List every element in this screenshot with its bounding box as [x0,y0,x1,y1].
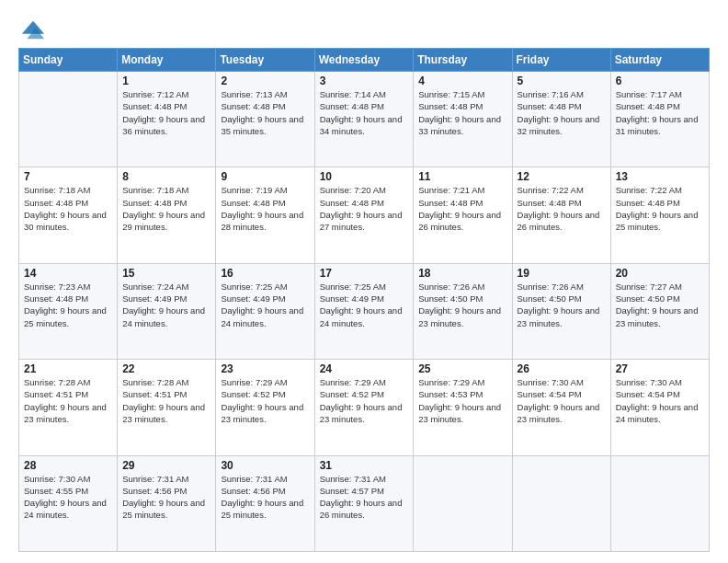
day-cell: 6Sunrise: 7:17 AMSunset: 4:48 PMDaylight… [610,72,709,167]
day-number: 14 [24,267,112,280]
day-info: Sunrise: 7:30 AMSunset: 4:54 PMDaylight:… [518,376,606,425]
col-header-thursday: Thursday [414,49,512,72]
week-row-5: 28Sunrise: 7:30 AMSunset: 4:55 PMDayligh… [19,455,710,551]
day-info: Sunrise: 7:29 AMSunset: 4:53 PMDaylight:… [418,376,506,425]
day-info: Sunrise: 7:28 AMSunset: 4:51 PMDaylight:… [24,376,112,425]
day-info: Sunrise: 7:31 AMSunset: 4:57 PMDaylight:… [320,473,409,522]
day-number: 17 [320,267,409,280]
day-number: 3 [320,75,409,87]
day-info: Sunrise: 7:15 AMSunset: 4:48 PMDaylight:… [418,88,506,137]
day-number: 29 [122,459,210,472]
day-number: 2 [221,75,309,87]
day-number: 30 [221,459,309,472]
day-number: 26 [518,362,606,375]
day-info: Sunrise: 7:22 AMSunset: 4:48 PMDaylight:… [616,184,704,233]
day-number: 15 [122,267,210,280]
day-info: Sunrise: 7:26 AMSunset: 4:50 PMDaylight:… [518,281,606,329]
day-info: Sunrise: 7:31 AMSunset: 4:56 PMDaylight:… [122,473,210,522]
day-info: Sunrise: 7:12 AMSunset: 4:48 PMDaylight:… [122,88,210,137]
day-cell: 5Sunrise: 7:16 AMSunset: 4:48 PMDaylight… [512,72,610,167]
day-number: 31 [320,459,409,472]
day-info: Sunrise: 7:23 AMSunset: 4:48 PMDaylight:… [24,281,112,329]
day-cell: 28Sunrise: 7:30 AMSunset: 4:55 PMDayligh… [19,455,118,551]
week-row-2: 7Sunrise: 7:18 AMSunset: 4:48 PMDaylight… [19,167,710,263]
day-info: Sunrise: 7:25 AMSunset: 4:49 PMDaylight:… [221,281,309,329]
day-number: 23 [221,362,309,375]
day-number: 12 [518,170,606,183]
day-cell: 7Sunrise: 7:18 AMSunset: 4:48 PMDaylight… [19,167,118,263]
day-number: 1 [122,75,210,87]
day-cell: 10Sunrise: 7:20 AMSunset: 4:48 PMDayligh… [314,167,414,263]
day-cell: 22Sunrise: 7:28 AMSunset: 4:51 PMDayligh… [118,360,216,455]
day-info: Sunrise: 7:18 AMSunset: 4:48 PMDaylight:… [122,184,210,233]
day-number: 19 [518,267,606,280]
day-number: 6 [616,75,704,87]
day-cell: 17Sunrise: 7:25 AMSunset: 4:49 PMDayligh… [314,263,414,359]
day-number: 18 [418,267,506,280]
day-info: Sunrise: 7:20 AMSunset: 4:48 PMDaylight:… [320,184,409,233]
day-cell: 18Sunrise: 7:26 AMSunset: 4:50 PMDayligh… [414,263,512,359]
day-cell: 4Sunrise: 7:15 AMSunset: 4:48 PMDaylight… [414,72,512,167]
day-number: 27 [616,362,704,375]
day-info: Sunrise: 7:16 AMSunset: 4:48 PMDaylight:… [518,88,606,137]
day-cell [414,455,512,551]
day-number: 13 [616,170,704,183]
day-info: Sunrise: 7:19 AMSunset: 4:48 PMDaylight:… [221,184,309,233]
day-number: 5 [518,75,606,87]
day-number: 25 [418,362,506,375]
col-header-saturday: Saturday [610,49,709,72]
day-info: Sunrise: 7:27 AMSunset: 4:50 PMDaylight:… [616,281,704,329]
day-number: 22 [122,362,210,375]
day-info: Sunrise: 7:22 AMSunset: 4:48 PMDaylight:… [518,184,606,233]
day-number: 9 [221,170,309,183]
day-cell: 3Sunrise: 7:14 AMSunset: 4:48 PMDaylight… [314,72,414,167]
day-info: Sunrise: 7:21 AMSunset: 4:48 PMDaylight:… [418,184,506,233]
day-info: Sunrise: 7:29 AMSunset: 4:52 PMDaylight:… [320,376,409,425]
day-info: Sunrise: 7:28 AMSunset: 4:51 PMDaylight:… [122,376,210,425]
col-header-monday: Monday [118,49,216,72]
day-info: Sunrise: 7:31 AMSunset: 4:56 PMDaylight:… [221,473,309,522]
day-number: 16 [221,267,309,280]
day-cell: 19Sunrise: 7:26 AMSunset: 4:50 PMDayligh… [512,263,610,359]
day-cell: 25Sunrise: 7:29 AMSunset: 4:53 PMDayligh… [414,360,512,455]
day-number: 21 [24,362,112,375]
day-cell [512,455,610,551]
day-cell: 8Sunrise: 7:18 AMSunset: 4:48 PMDaylight… [118,167,216,263]
day-info: Sunrise: 7:17 AMSunset: 4:48 PMDaylight:… [616,88,704,137]
day-number: 24 [320,362,409,375]
col-header-friday: Friday [512,49,610,72]
day-info: Sunrise: 7:18 AMSunset: 4:48 PMDaylight:… [24,184,112,233]
day-cell: 27Sunrise: 7:30 AMSunset: 4:54 PMDayligh… [610,360,709,455]
day-cell: 29Sunrise: 7:31 AMSunset: 4:56 PMDayligh… [118,455,216,551]
day-cell: 23Sunrise: 7:29 AMSunset: 4:52 PMDayligh… [216,360,314,455]
day-info: Sunrise: 7:13 AMSunset: 4:48 PMDaylight:… [221,88,309,137]
col-header-sunday: Sunday [19,49,118,72]
day-number: 10 [320,170,409,183]
day-cell: 12Sunrise: 7:22 AMSunset: 4:48 PMDayligh… [512,167,610,263]
day-cell: 26Sunrise: 7:30 AMSunset: 4:54 PMDayligh… [512,360,610,455]
week-row-1: 1Sunrise: 7:12 AMSunset: 4:48 PMDaylight… [19,72,710,167]
week-row-3: 14Sunrise: 7:23 AMSunset: 4:48 PMDayligh… [19,263,710,359]
col-header-wednesday: Wednesday [314,49,414,72]
day-number: 4 [418,75,506,87]
day-info: Sunrise: 7:24 AMSunset: 4:49 PMDaylight:… [122,281,210,329]
day-info: Sunrise: 7:30 AMSunset: 4:55 PMDaylight:… [24,473,112,522]
day-cell: 2Sunrise: 7:13 AMSunset: 4:48 PMDaylight… [216,72,314,167]
day-cell: 14Sunrise: 7:23 AMSunset: 4:48 PMDayligh… [19,263,118,359]
calendar-header-row: SundayMondayTuesdayWednesdayThursdayFrid… [19,49,710,72]
day-cell: 13Sunrise: 7:22 AMSunset: 4:48 PMDayligh… [610,167,709,263]
day-number: 11 [418,170,506,183]
day-cell: 20Sunrise: 7:27 AMSunset: 4:50 PMDayligh… [610,263,709,359]
col-header-tuesday: Tuesday [216,49,314,72]
logo-icon [20,17,46,42]
day-cell: 9Sunrise: 7:19 AMSunset: 4:48 PMDaylight… [216,167,314,263]
day-info: Sunrise: 7:29 AMSunset: 4:52 PMDaylight:… [221,376,309,425]
day-cell [610,455,709,551]
day-cell: 11Sunrise: 7:21 AMSunset: 4:48 PMDayligh… [414,167,512,263]
day-number: 7 [24,170,112,183]
day-number: 28 [24,459,112,472]
day-cell: 15Sunrise: 7:24 AMSunset: 4:49 PMDayligh… [118,263,216,359]
day-cell: 21Sunrise: 7:28 AMSunset: 4:51 PMDayligh… [19,360,118,455]
calendar-table: SundayMondayTuesdayWednesdayThursdayFrid… [18,48,710,552]
week-row-4: 21Sunrise: 7:28 AMSunset: 4:51 PMDayligh… [19,360,710,455]
